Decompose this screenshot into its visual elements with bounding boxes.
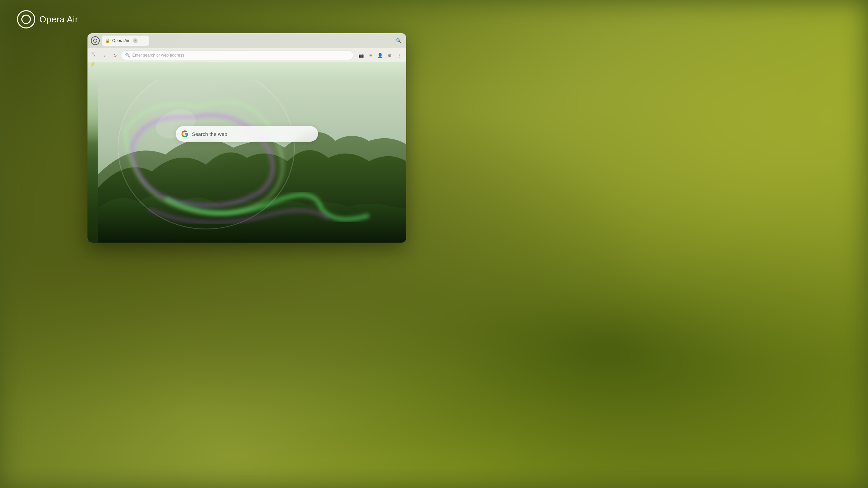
browser-opera-icon [91, 36, 100, 45]
address-search-icon: 🔍 [125, 53, 130, 58]
tab-opera-air[interactable]: 🔒 Opera Air × [102, 36, 149, 46]
tab-label: Opera Air [112, 38, 130, 43]
outer-sidebar: ★ ⚡ [87, 48, 98, 69]
tab-close-button[interactable]: × [133, 38, 138, 43]
account-button[interactable]: 👤 [376, 51, 384, 60]
forward-icon: › [104, 53, 105, 58]
address-input-placeholder: Enter search or web address [132, 53, 349, 58]
opera-logo-area: Opera Air [17, 10, 78, 28]
address-input-wrap[interactable]: 🔍 Enter search or web address [121, 50, 353, 60]
address-right-buttons: 📷 ≡ 👤 ⚙ ⋮ [357, 51, 403, 60]
search-bar-container: Search the web [176, 126, 318, 142]
search-placeholder: Search the web [192, 131, 227, 137]
refresh-button[interactable]: ↻ [111, 51, 119, 60]
tab-favicon: 🔒 [105, 38, 110, 43]
refresh-icon: ↻ [113, 53, 117, 58]
browser-opera-icon-inner [93, 39, 97, 43]
search-bar[interactable]: Search the web [176, 126, 318, 142]
screenshot-button[interactable]: 📷 [357, 51, 366, 60]
address-bar: ‹ › ↻ 🔍 Enter search or web address 📷 ≡ … [87, 48, 406, 62]
browser-window: 🔒 Opera Air × 🔍 ‹ › ↻ 🔍 Enter search or … [87, 33, 406, 243]
google-logo [181, 130, 189, 138]
browser-content: ✳ ≡ ▲ ♥ ••• [87, 62, 406, 243]
settings-button[interactable]: ⚙ [385, 51, 394, 60]
tab-search-button[interactable]: 🔍 [394, 36, 403, 45]
sidebar-extensions-icon[interactable]: ⚡ [87, 59, 98, 69]
forward-button[interactable]: › [100, 51, 109, 60]
opera-logo-icon [17, 10, 35, 28]
opera-app-title: Opera Air [39, 14, 78, 25]
more-button[interactable]: ⋮ [395, 51, 403, 60]
reading-list-button[interactable]: ≡ [366, 51, 375, 60]
mountain-landscape [98, 80, 406, 243]
tab-bar: 🔒 Opera Air × 🔍 [87, 33, 406, 48]
sidebar-bookmarks-icon[interactable]: ★ [87, 48, 98, 58]
opera-logo-inner [21, 15, 31, 24]
